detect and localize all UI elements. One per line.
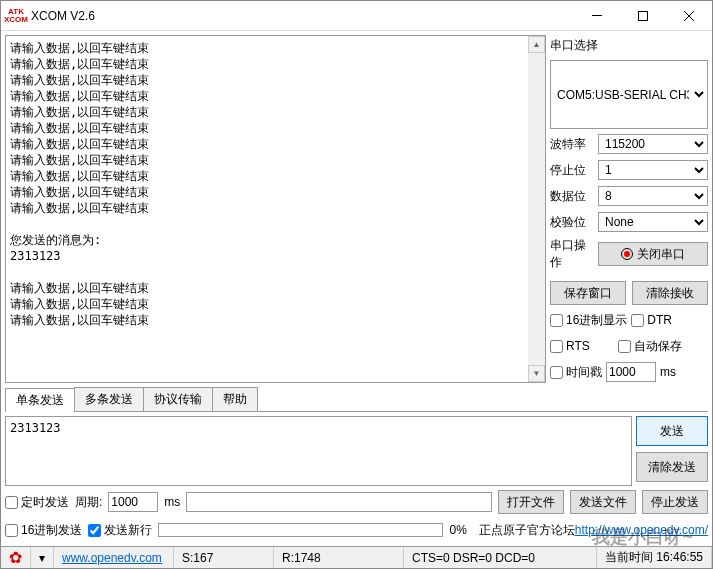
scroll-down-icon[interactable]: ▼: [528, 365, 545, 382]
period-label: 周期:: [75, 494, 102, 511]
minimize-button[interactable]: [574, 1, 620, 31]
maximize-button[interactable]: [620, 1, 666, 31]
dtr-check[interactable]: DTR: [631, 313, 672, 327]
period-ms-label: ms: [164, 495, 180, 509]
stopbit-label: 停止位: [550, 162, 594, 179]
stopbit-select[interactable]: 1: [598, 160, 708, 180]
window-title: XCOM V2.6: [31, 9, 574, 23]
send-file-button[interactable]: 发送文件: [570, 490, 636, 514]
port-op-label: 串口操作: [550, 237, 594, 271]
status-url[interactable]: www.openedv.com: [62, 551, 162, 565]
send-button[interactable]: 发送: [636, 416, 708, 446]
receive-area: 请输入数据,以回车键结束 请输入数据,以回车键结束 请输入数据,以回车键结束 请…: [5, 35, 546, 383]
progress-percent: 0%: [449, 523, 466, 537]
side-panel: 串口选择 COM5:USB-SERIAL CH340 波特率115200 停止位…: [550, 35, 708, 383]
svg-rect-1: [639, 11, 648, 20]
scroll-up-icon[interactable]: ▲: [528, 36, 545, 53]
progress-bar: [158, 523, 443, 537]
receive-text[interactable]: 请输入数据,以回车键结束 请输入数据,以回车键结束 请输入数据,以回车键结束 请…: [6, 36, 528, 382]
period-input[interactable]: [108, 492, 158, 512]
toggle-port-label: 关闭串口: [637, 246, 685, 263]
close-button[interactable]: [666, 1, 712, 31]
open-file-button[interactable]: 打开文件: [498, 490, 564, 514]
hex-send-check[interactable]: 16进制发送: [5, 522, 82, 539]
file-path-input[interactable]: [186, 492, 492, 512]
toggle-port-button[interactable]: 关闭串口: [598, 242, 708, 266]
send-newline-check[interactable]: 发送新行: [88, 522, 152, 539]
timestamp-check[interactable]: 时间戳: [550, 364, 602, 381]
record-icon: [621, 248, 633, 260]
rts-check[interactable]: RTS: [550, 339, 614, 353]
svg-rect-0: [592, 15, 602, 16]
app-logo: ATK XCOM: [1, 6, 31, 26]
parity-label: 校验位: [550, 214, 594, 231]
tab-multi-send[interactable]: 多条发送: [74, 387, 144, 411]
gear-icon[interactable]: ✿: [1, 547, 31, 568]
ms-label: ms: [660, 365, 676, 379]
forum-link[interactable]: http://www.openedv.com/: [575, 523, 708, 537]
clear-send-button[interactable]: 清除发送: [636, 452, 708, 482]
status-recv: R:1748: [274, 547, 404, 568]
databit-select[interactable]: 8: [598, 186, 708, 206]
status-time: 当前时间 16:46:55: [597, 547, 712, 568]
tab-help[interactable]: 帮助: [212, 387, 258, 411]
parity-select[interactable]: None: [598, 212, 708, 232]
rx-scrollbar[interactable]: ▲ ▼: [528, 36, 545, 382]
baud-label: 波特率: [550, 136, 594, 153]
timed-send-check[interactable]: 定时发送: [5, 494, 69, 511]
titlebar: ATK XCOM XCOM V2.6: [1, 1, 712, 31]
status-dropdown-icon[interactable]: ▾: [31, 547, 54, 568]
status-sent: S:167: [174, 547, 274, 568]
databit-label: 数据位: [550, 188, 594, 205]
tab-single-send[interactable]: 单条发送: [5, 388, 75, 412]
port-select[interactable]: COM5:USB-SERIAL CH340: [550, 60, 708, 129]
send-tabs: 单条发送 多条发送 协议传输 帮助: [5, 387, 708, 412]
autosave-check[interactable]: 自动保存: [618, 338, 682, 355]
clear-receive-button[interactable]: 清除接收: [632, 281, 708, 305]
stop-send-button[interactable]: 停止发送: [642, 490, 708, 514]
status-line-state: CTS=0 DSR=0 DCD=0: [404, 547, 597, 568]
timestamp-interval-input[interactable]: [606, 362, 656, 382]
save-window-button[interactable]: 保存窗口: [550, 281, 626, 305]
scroll-track[interactable]: [528, 53, 545, 365]
hex-display-check[interactable]: 16进制显示: [550, 312, 627, 329]
baud-select[interactable]: 115200: [598, 134, 708, 154]
statusbar: ✿ ▾ www.openedv.com S:167 R:1748 CTS=0 D…: [1, 546, 712, 568]
send-text-input[interactable]: 2313123: [5, 416, 632, 486]
port-select-label: 串口选择: [550, 37, 708, 54]
tab-protocol[interactable]: 协议传输: [143, 387, 213, 411]
forum-label: 正点原子官方论坛http://www.openedv.com/: [479, 522, 708, 539]
